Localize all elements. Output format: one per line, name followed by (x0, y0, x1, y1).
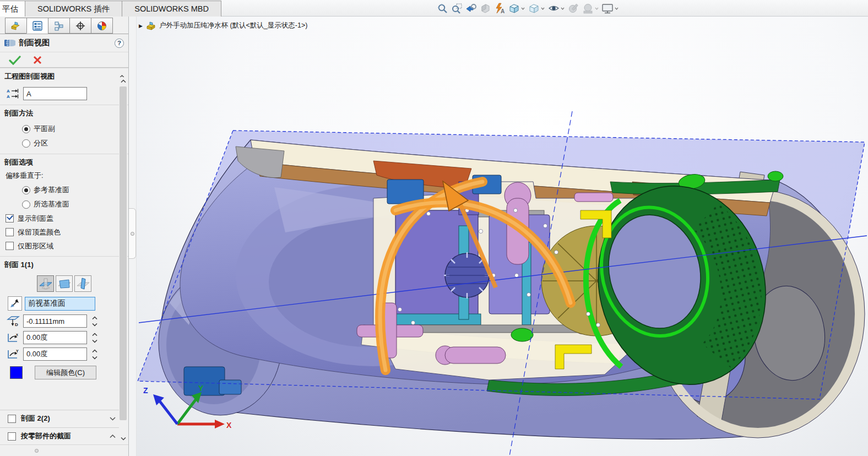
display-style-caret[interactable] (541, 7, 545, 10)
ribbon-tab-evaluate[interactable]: 平估 (0, 1, 25, 17)
group-title: 剖面 1(1) (4, 260, 119, 270)
reference-plane-field[interactable]: 前视基准面 (25, 297, 95, 311)
hide-show-items-icon[interactable] (546, 1, 561, 15)
checkbox-label: 保留顶盖颜色 (18, 227, 61, 237)
edit-color-label: 编辑颜色(C) (46, 368, 85, 378)
offset-distance-input[interactable]: -0.11111mm (23, 314, 87, 328)
section-color-swatch (10, 366, 23, 379)
property-manager-panel: 剖面视图 ? 工程图剖面视图 AA A (0, 17, 129, 456)
group-title: 剖面选项 (4, 158, 119, 167)
radio-icon (22, 200, 30, 209)
ribbon-tab-solidworks-addins[interactable]: SOLIDWORKS 插件 (25, 1, 122, 17)
apply-scene-icon[interactable] (581, 1, 595, 15)
per-component-checkbox[interactable] (8, 432, 16, 441)
group-section-method-header[interactable]: 剖面方法 (0, 105, 128, 121)
ribbon-bar: 平估 SOLIDWORKS 插件 SOLIDWORKS MBD A (0, 0, 868, 17)
zoom-to-fit-icon[interactable] (435, 1, 449, 15)
checkbox-icon (6, 228, 14, 236)
hide-show-items-caret[interactable] (561, 7, 565, 10)
view-orientation-icon[interactable] (507, 1, 521, 15)
zoom-to-area-icon[interactable] (449, 1, 464, 15)
tab-featuremanager-tree[interactable] (5, 18, 27, 34)
reverse-direction-button[interactable] (8, 296, 22, 311)
right-plane-button[interactable] (74, 275, 91, 292)
y-rotation-spin-up[interactable] (90, 348, 99, 354)
svg-text:A: A (7, 89, 10, 94)
tab-propertymanager[interactable] (26, 18, 48, 34)
solidworks-window: 平估 SOLIDWORKS 插件 SOLIDWORKS MBD A (0, 0, 868, 456)
ok-button[interactable] (9, 55, 21, 65)
group-section-options: 剖面选项 偏移垂直于: 参考基准面 所选基准面 显示剖面盖 (0, 154, 128, 256)
group-drawing-section-view: 工程图剖面视图 AA A (0, 68, 128, 105)
cancel-button[interactable] (33, 56, 42, 64)
group-section-2-header[interactable]: 剖面 2(2) (0, 410, 120, 427)
section-view-icon[interactable] (478, 1, 492, 15)
previous-view-icon[interactable] (464, 1, 478, 15)
checkbox-show-section-cap[interactable]: 显示剖面盖 (0, 211, 128, 225)
x-axis-arrow-icon (215, 420, 225, 428)
panel-scrollbar[interactable] (119, 77, 127, 443)
x-rotation-spin-down[interactable] (90, 338, 99, 344)
x-rotation-spin-up[interactable] (90, 332, 99, 337)
group-title: 剖面方法 (4, 108, 119, 118)
group-per-component-header[interactable]: 按零部件的截面 (0, 427, 120, 444)
y-axis-label: Y (198, 384, 204, 393)
group-section-method: 剖面方法 平面副 分区 (0, 105, 128, 154)
view-settings-caret[interactable] (615, 7, 619, 10)
dynamic-annotation-views-icon[interactable]: A (492, 1, 507, 15)
offset-spin-up[interactable] (90, 315, 99, 321)
radio-zonal[interactable]: 分区 (0, 136, 128, 150)
group-section-1-header[interactable]: 剖面 1(1) (0, 257, 128, 272)
y-rotation-icon: Y (7, 348, 20, 360)
x-rotation-input[interactable]: 0.00度 (23, 331, 87, 344)
section-label-icon: AA (7, 88, 19, 99)
property-list-icon (32, 21, 42, 31)
scrollbar-thumb[interactable] (120, 86, 127, 420)
tab-displaymanager[interactable] (91, 18, 113, 34)
apply-scene-caret[interactable] (595, 7, 599, 10)
graphics-viewport[interactable]: ▶ 户外手动加压纯净水杯 (默认<默认_显示状态-1>) (137, 17, 868, 456)
top-plane-button[interactable] (56, 275, 73, 292)
radio-planar[interactable]: 平面副 (0, 122, 128, 136)
panel-splitter[interactable] (129, 17, 137, 456)
front-plane-button[interactable] (37, 275, 54, 292)
edit-appearance-icon[interactable] (566, 1, 581, 15)
offset-spin-down[interactable] (90, 322, 99, 327)
radio-reference-plane[interactable]: 参考基准面 (0, 183, 128, 197)
model-scene[interactable]: X Y Z (137, 17, 868, 456)
crosshair-icon (75, 21, 85, 31)
panel-resize-grip[interactable] (0, 444, 128, 456)
offset-perpendicular-label: 偏移垂直于: (0, 171, 128, 183)
view-orientation-caret[interactable] (521, 7, 525, 10)
group-section-options-header[interactable]: 剖面选项 (0, 154, 128, 170)
section-name-input[interactable]: A (23, 87, 87, 100)
svg-text:A: A (7, 94, 10, 99)
checkbox-icon (6, 242, 14, 250)
checkbox-keep-cap-color[interactable]: 保留顶盖颜色 (0, 225, 128, 239)
splitter-dot-icon (131, 232, 134, 236)
part-icon (10, 21, 21, 31)
scrollbar-up-arrow[interactable] (119, 77, 127, 85)
tab-dimxpert[interactable] (69, 18, 91, 34)
edit-color-button[interactable]: 编辑颜色(C) (35, 366, 96, 379)
y-rotation-input[interactable]: 0.00度 (23, 348, 87, 361)
svg-text:x: x (16, 333, 18, 336)
radio-icon (22, 125, 30, 133)
y-rotation-spin-down[interactable] (90, 355, 99, 360)
group-title: 剖面 2(2) (21, 414, 110, 424)
section-2-checkbox[interactable] (8, 415, 16, 423)
group-drawing-section-view-header[interactable]: 工程图剖面视图 (0, 68, 128, 84)
help-icon[interactable]: ? (115, 39, 124, 48)
expand-chevron-icon[interactable] (110, 417, 116, 421)
section-view-panel-icon (4, 38, 15, 48)
ribbon-tabs: 平估 SOLIDWORKS 插件 SOLIDWORKS MBD (0, 1, 221, 17)
collapse-chevron-icon[interactable] (110, 435, 116, 438)
splitter-handle[interactable] (129, 208, 136, 259)
ribbon-tab-solidworks-mbd[interactable]: SOLIDWORKS MBD (122, 1, 221, 17)
checkbox-graphics-only[interactable]: 仅图形区域 (0, 239, 128, 253)
radio-selected-plane[interactable]: 所选基准面 (0, 197, 128, 211)
tab-configurationmanager[interactable] (48, 18, 70, 34)
scrollbar-down-arrow[interactable] (119, 435, 127, 443)
view-settings-icon[interactable] (600, 1, 615, 15)
display-style-icon[interactable] (527, 1, 541, 15)
